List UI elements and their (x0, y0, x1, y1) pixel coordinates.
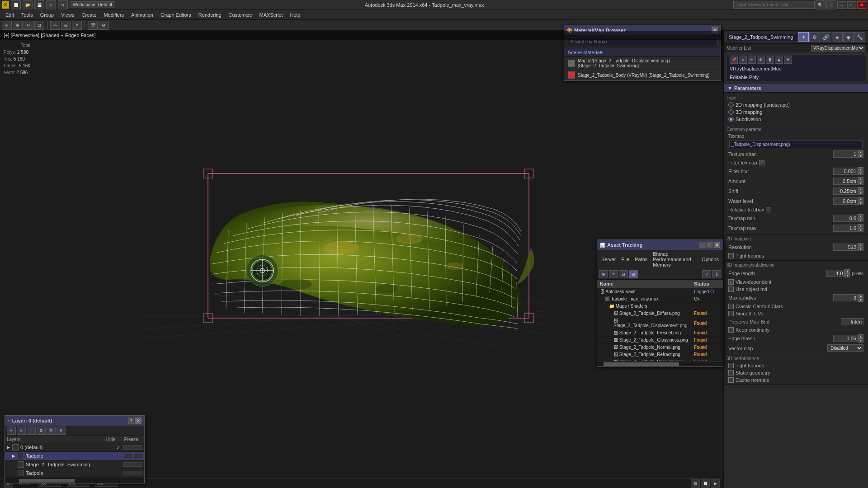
edge-thresh-input[interactable] (833, 335, 858, 342)
asset-row-name-5[interactable]: 🖼 Stage_2_Tadpole_Fresnel.png (597, 329, 691, 337)
use-object-mtl-row[interactable]: Use object mtl (726, 286, 865, 293)
texture-chan-down[interactable]: ▼ (858, 154, 863, 158)
mod-icon-pin[interactable]: 📌 (730, 56, 738, 64)
layer-del-btn[interactable]: ✕ (17, 427, 26, 435)
texture-chan-spinner[interactable]: ▲ ▼ (833, 150, 863, 158)
time-btn[interactable]: ▶ (711, 479, 720, 488)
edge-length-spinner[interactable]: ▲ ▼ (826, 269, 850, 277)
texmap-min-up[interactable]: ▲ (858, 214, 863, 218)
mat-item-0[interactable]: Map #2(Stage_2_Tadpole_Displacement.png)… (564, 57, 721, 70)
amount-arrows[interactable]: ▲ ▼ (858, 177, 863, 185)
keep-continuity-row[interactable]: Keep continuity (726, 326, 865, 333)
texmap-max-input[interactable] (833, 225, 858, 232)
amount-spinner[interactable]: ▲ ▼ (833, 177, 863, 185)
help-btn[interactable]: ? (826, 0, 836, 9)
layer-dot-1[interactable] (123, 454, 132, 458)
texmap-min-arrows[interactable]: ▲ ▼ (858, 214, 863, 222)
smooth-uvs-row[interactable]: Smooth UVs (726, 310, 865, 317)
static-geometry-checkbox[interactable] (728, 370, 734, 375)
preserve-map-input[interactable] (841, 318, 863, 325)
edge-thresh-down[interactable]: ▼ (858, 338, 863, 343)
static-geometry-row[interactable]: Static geometry (726, 369, 865, 376)
asset-menu-file[interactable]: File (620, 256, 631, 263)
menu-help[interactable]: Help (287, 10, 304, 19)
asset-close-btn[interactable]: ✕ (714, 242, 720, 248)
shift-arrows[interactable]: ▲ ▼ (858, 187, 863, 195)
asset-menu-bitmap[interactable]: Bitmap Performance and Memory (651, 251, 698, 268)
params-header[interactable]: ▼ Parameters (724, 84, 868, 93)
texture-chan-input[interactable] (833, 150, 858, 158)
asset-scrollbar[interactable] (597, 361, 723, 366)
use-object-mtl-checkbox[interactable] (728, 286, 734, 292)
shift-up[interactable]: ▲ (858, 187, 863, 191)
rotate-btn[interactable]: ↻ (24, 21, 33, 30)
asset-row-name-3[interactable]: 🖼 Stage_2_Tadpole_Diffuse.png (597, 310, 691, 317)
asset-menu-server[interactable]: Server (600, 256, 617, 263)
menu-graph-editors[interactable]: Graph Editors (157, 10, 195, 19)
layer-scrollbar[interactable] (5, 478, 144, 483)
radio-subdivision[interactable]: Subdivision (726, 116, 865, 123)
scale-btn[interactable]: ⊡ (34, 21, 44, 30)
filter-texmap-row[interactable]: Filter texmap (726, 159, 865, 166)
asset-row-name-0[interactable]: 🗄 Autodesk Vault (597, 288, 691, 296)
mod-icon-up[interactable]: ▲ (775, 56, 783, 64)
hierarchy-tab[interactable]: 🔗 (821, 32, 831, 42)
open-btn[interactable]: 📂 (23, 0, 33, 9)
mod-icon-stack[interactable]: ≡ (739, 56, 747, 64)
shift-spinner[interactable]: ▲ ▼ (833, 187, 863, 195)
new-btn[interactable]: 📄 (11, 0, 21, 9)
layer-dot-0b[interactable] (133, 445, 142, 450)
edge-length-down[interactable]: ▼ (844, 273, 850, 277)
layer-btn[interactable]: ≡ (72, 21, 82, 30)
mirror-btn[interactable]: ⇔ (50, 21, 60, 30)
modifier-dropdown[interactable]: VRayDisplacementMod (811, 45, 865, 52)
texmap-max-up[interactable]: ▲ (858, 224, 863, 228)
max-subdivs-input[interactable] (833, 294, 858, 301)
menu-animation[interactable]: Animation (127, 10, 157, 19)
edge-thresh-up[interactable]: ▲ (858, 334, 863, 338)
asset-row-name-2[interactable]: 📁 Maps / Shaders (597, 303, 691, 310)
asset-maximize-btn[interactable]: □ (707, 242, 713, 248)
texmap-min-input[interactable] (833, 215, 858, 222)
water-level-input[interactable] (833, 197, 858, 205)
layer-dot-3b[interactable] (133, 471, 142, 475)
asset-menu-paths[interactable]: Paths (633, 256, 649, 263)
water-level-spinner[interactable]: ▲ ▼ (833, 197, 863, 205)
asset-table-container[interactable]: Name Status 🗄 Autodesk VaultLogged O🎬 Ta… (597, 280, 723, 361)
layer-dot-2b[interactable] (133, 462, 142, 467)
filter-blur-spinner[interactable]: ▲ ▼ (833, 167, 863, 175)
menu-maxscript[interactable]: MAXScript (256, 10, 287, 19)
menu-customize[interactable]: Customize (225, 10, 256, 19)
snap-btn[interactable]: 🔲 (701, 479, 710, 488)
menu-rendering[interactable]: Rendering (195, 10, 225, 19)
keep-continuity-checkbox[interactable] (728, 327, 734, 333)
filter-blur-down[interactable]: ▼ (858, 171, 863, 175)
amount-up[interactable]: ▲ (858, 177, 863, 181)
menu-group[interactable]: Group (37, 10, 58, 19)
layer-row-0[interactable]: ▶ 0 (default) ✓ (5, 443, 144, 452)
maximize-btn[interactable]: □ (847, 1, 856, 9)
catmull-clark-row[interactable]: Classic Catmull-Clark (726, 303, 865, 310)
asset-menu-options[interactable]: Options (700, 256, 720, 263)
tight-bounds-2d-row[interactable]: Tight bounds (726, 252, 865, 259)
workspace-dropdown[interactable]: Workspace: Default (70, 1, 115, 8)
water-level-arrows[interactable]: ▲ ▼ (858, 197, 863, 205)
filter-blur-up[interactable]: ▲ (858, 167, 863, 171)
asset-row-name-6[interactable]: 🖼 Stage_2_Tadpole_Glossiness.png (597, 337, 691, 344)
modify-tab[interactable]: ⚙ (809, 32, 820, 42)
layer-freeze-btn[interactable]: ❄ (57, 427, 66, 435)
modifier-epoly[interactable]: Editable Poly (727, 73, 865, 82)
layer-select-btn[interactable]: ⊞ (47, 427, 56, 435)
layer-dot-1b[interactable] (133, 454, 142, 458)
texmap-min-down[interactable]: ▼ (858, 218, 863, 222)
align-btn[interactable]: ⊟ (61, 21, 71, 30)
render-setup-btn[interactable]: ⚙ (99, 21, 108, 30)
display-tab[interactable]: ◉ (843, 32, 854, 42)
resolution-up[interactable]: ▲ (858, 243, 863, 247)
menu-create[interactable]: Create (78, 10, 100, 19)
layer-help-btn[interactable]: ? (128, 418, 134, 424)
amount-input[interactable] (833, 178, 858, 185)
filter-texmap-checkbox[interactable] (759, 160, 764, 165)
amount-down[interactable]: ▼ (858, 181, 863, 185)
relative-bbox-row[interactable]: Relative to bbox (726, 206, 865, 213)
